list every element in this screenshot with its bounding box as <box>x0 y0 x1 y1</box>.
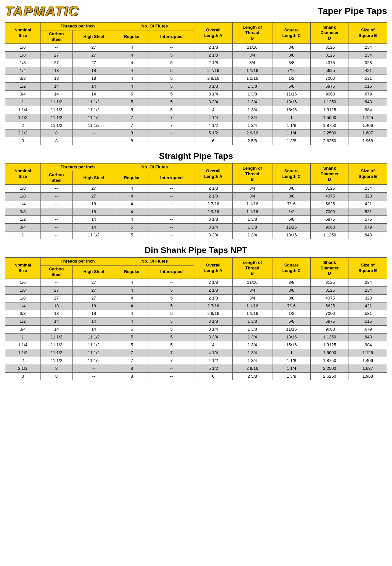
table-cell: .328 <box>349 192 387 200</box>
square-length-header: SquareLength C <box>272 23 311 44</box>
table-cell: .843 <box>349 98 387 106</box>
table-cell: 4 <box>115 184 149 192</box>
table-cell: 3 1/4 <box>194 224 232 232</box>
table-cell: 2 1/2 <box>5 365 41 372</box>
table-cell: 1.125 <box>349 114 387 122</box>
table-cell: 5 <box>149 310 194 318</box>
table-cell: 3/8 <box>5 310 41 318</box>
table-cell: -- <box>149 184 194 192</box>
table-cell: 18 <box>41 302 73 310</box>
table-cell: 7 <box>149 357 194 365</box>
table-cell: 2 9/16 <box>194 75 232 83</box>
table-cell: .4375 <box>311 59 349 67</box>
table-cell: 1.5000 <box>311 114 349 122</box>
table-cell: 7 <box>115 349 149 357</box>
table-cell: 2 1/8 <box>194 184 232 192</box>
table-row: 1/8--274--2 1/83/43/8.4375.328 <box>5 192 387 200</box>
table-cell: .679 <box>349 326 387 334</box>
table-cell: 18 <box>41 67 73 75</box>
table-cell: 1 3/4 <box>232 334 272 341</box>
table-cell: 8 <box>41 372 73 380</box>
table-cell: 1/6 <box>5 279 41 286</box>
table-cell: 8 <box>41 365 73 372</box>
table-cell: 8 <box>41 129 73 137</box>
table-cell: 3/8 <box>272 184 311 192</box>
table-cell: 2 1/8 <box>194 59 232 67</box>
table-cell: .328 <box>349 294 387 302</box>
no-of-flutes-header-3: No. Of Flutes <box>115 258 194 266</box>
table-cell: 3/8 <box>272 294 311 302</box>
taper-pipe-taps-table: NominalSize Threads per Inch No. Of Flut… <box>5 22 387 145</box>
table-cell: 1 3/8 <box>272 372 311 380</box>
table-cell: 2.6250 <box>311 372 349 380</box>
table-cell: 1 3/8 <box>232 318 272 326</box>
length-of-thread-header-2: Length ofThreadB <box>232 163 272 185</box>
table-cell: .531 <box>349 310 387 318</box>
table-cell: 11 1/2 <box>41 341 73 349</box>
table-cell: 14 <box>73 83 115 91</box>
table-cell: -- <box>41 279 73 286</box>
table-cell: 3/4 <box>232 192 272 200</box>
table-cell: .9063 <box>311 91 349 98</box>
table-cell: .4375 <box>311 294 349 302</box>
table-cell: 7 <box>115 114 149 122</box>
table-cell: 1 <box>5 98 41 106</box>
regular-header-2: Regular <box>115 171 149 185</box>
table-cell: 1/8 <box>5 184 41 192</box>
regular-header-3: Regular <box>115 266 149 279</box>
table-cell: 11 1/2 <box>73 98 115 106</box>
table-cell: .234 <box>349 286 387 294</box>
table-cell: .3125 <box>311 286 349 294</box>
table-cell: .5625 <box>311 67 349 75</box>
table-cell: 11 1/2 <box>41 114 73 122</box>
table-cell: -- <box>41 184 73 192</box>
straight-pipe-taps-section: Straight Pipe Taps NominalSize Threads p… <box>5 151 387 239</box>
table-cell: 4 1/2 <box>194 122 232 129</box>
table-cell: 2 7/16 <box>194 67 232 75</box>
table-cell: .234 <box>349 51 387 59</box>
table-cell: 3/4 <box>232 294 272 302</box>
din-shank-pipe-taps-table: NominalSize Threads per Inch No. Of Flut… <box>5 257 387 380</box>
table-cell: -- <box>149 216 194 224</box>
table-cell: 1 <box>5 334 41 341</box>
table-cell: 7 <box>149 114 194 122</box>
table-cell: 2.2500 <box>311 365 349 372</box>
table-cell: 14 <box>73 318 115 326</box>
table-cell: 1 3/8 <box>272 137 311 145</box>
table-cell: .5625 <box>311 302 349 310</box>
table-cell: 1.687 <box>349 365 387 372</box>
table-cell: 4 <box>115 310 149 318</box>
table-cell: 7 <box>149 122 194 129</box>
table-cell: 1 1/16 <box>232 310 272 318</box>
table-cell: 1.406 <box>349 357 387 365</box>
table-cell: 5 <box>149 51 194 59</box>
table-cell: 1/8 <box>5 59 41 67</box>
table-cell: 3 1/8 <box>194 83 232 91</box>
table-cell: 1/4 <box>5 200 41 208</box>
table-cell: 1/8 <box>5 51 41 59</box>
table-cell: 2 9/16 <box>232 365 272 372</box>
table-cell: 7/16 <box>272 302 311 310</box>
table-cell: .6875 <box>311 83 349 91</box>
table-cell: 11/16 <box>272 91 311 98</box>
table-cell: 1.3125 <box>311 341 349 349</box>
table-cell: -- <box>41 208 73 216</box>
table-cell: 3 1/8 <box>194 216 232 224</box>
table-cell: 2 1/2 <box>5 129 41 137</box>
table-cell: 4 <box>115 216 149 224</box>
table-cell: 5/8 <box>272 318 311 326</box>
table-cell: .6875 <box>311 216 349 224</box>
table-cell: 11 1/2 <box>73 232 115 239</box>
table-cell: 4 <box>115 279 149 286</box>
size-of-square-header: Size ofSquare E <box>349 23 387 44</box>
table-cell: 11 1/2 <box>73 106 115 114</box>
table-cell: 3/4 <box>5 91 41 98</box>
table-cell: .7000 <box>311 75 349 83</box>
interrupted-header-2: Interrupted <box>149 171 194 185</box>
table-cell: 5 <box>149 318 194 326</box>
threads-per-inch-header-2: Threads per Inch <box>41 163 115 171</box>
table-cell: .679 <box>349 224 387 232</box>
table-cell: 1.687 <box>349 129 387 137</box>
table-row: 3/81818452 9/161 1/161/2.7000.531 <box>5 310 387 318</box>
table-cell: 3/4 <box>232 51 272 59</box>
